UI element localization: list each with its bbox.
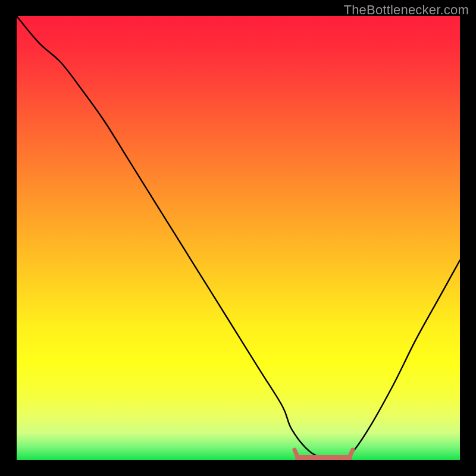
flat-left-tick [295, 450, 298, 458]
flat-right-tick [349, 450, 353, 458]
plot-area [17, 16, 460, 460]
chart-frame: TheBottlenecker.com [0, 0, 476, 476]
bottleneck-curve [17, 16, 460, 459]
curve-layer [17, 16, 460, 460]
